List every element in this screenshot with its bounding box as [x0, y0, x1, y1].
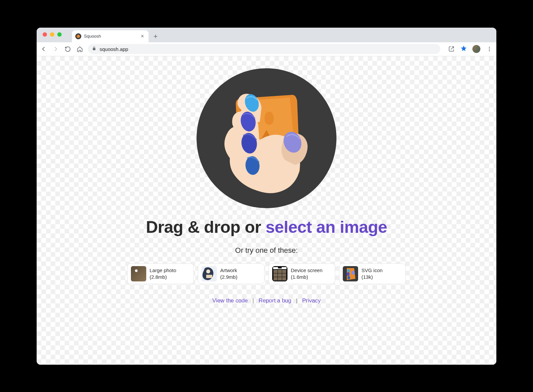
sample-subtitle: Or try one of these:	[235, 246, 298, 255]
footer-links: View the code | Report a bug | Privacy	[212, 297, 320, 304]
svg-point-23	[347, 269, 350, 272]
svg-rect-17	[273, 273, 277, 277]
browser-toolbar: squoosh.app	[37, 42, 496, 56]
reload-button[interactable]	[64, 45, 71, 53]
svg-rect-14	[273, 270, 277, 273]
svg-rect-21	[278, 277, 282, 280]
svg-point-2	[489, 47, 490, 48]
svg-rect-19	[282, 273, 286, 277]
svg-point-5	[265, 112, 274, 125]
sample-svg-thumb	[343, 266, 358, 281]
svg-rect-15	[278, 270, 282, 273]
sample-label: Artwork	[220, 267, 238, 274]
svg-point-3	[489, 49, 490, 50]
separator: |	[296, 297, 297, 304]
url-text: squoosh.app	[100, 46, 128, 52]
sample-large-photo-thumb	[131, 266, 146, 281]
svg-rect-1	[78, 35, 78, 36]
toolbar-right	[448, 45, 493, 53]
close-window-button[interactable]	[43, 32, 47, 37]
sample-device-thumb	[272, 266, 287, 281]
squoosh-favicon-icon	[75, 33, 81, 39]
svg-point-25	[347, 276, 350, 279]
svg-rect-16	[282, 270, 286, 273]
page-content: Drag & drop or select an image Or try on…	[37, 56, 496, 365]
view-code-link[interactable]: View the code	[212, 297, 248, 304]
svg-rect-20	[273, 277, 277, 280]
tab-title: Squoosh	[84, 34, 137, 39]
lock-icon	[92, 46, 96, 52]
sample-size: (2.8mb)	[150, 274, 176, 280]
svg-rect-22	[282, 277, 286, 280]
bookmark-star-icon[interactable]	[460, 45, 467, 53]
squoosh-hand-icon	[210, 82, 323, 195]
svg-point-11	[206, 269, 210, 273]
svg-point-24	[347, 272, 350, 276]
svg-point-4	[489, 50, 490, 51]
svg-rect-13	[278, 267, 282, 268]
overflow-menu-button[interactable]	[486, 45, 493, 53]
sample-artwork[interactable]: Artwork (2.9mb)	[198, 263, 265, 284]
separator: |	[253, 297, 254, 304]
sample-label: Device screen	[291, 267, 322, 274]
forward-button[interactable]	[52, 45, 59, 53]
sample-label: Large photo	[150, 267, 176, 274]
sample-artwork-thumb	[202, 266, 217, 281]
maximize-window-button[interactable]	[57, 32, 62, 37]
sample-size: (2.9mb)	[220, 274, 238, 280]
back-button[interactable]	[40, 45, 47, 53]
close-tab-icon[interactable]: ×	[140, 33, 145, 39]
squoosh-logo	[197, 68, 336, 208]
report-bug-link[interactable]: Report a bug	[259, 297, 291, 304]
sample-svg-icon[interactable]: SVG icon (13k)	[339, 263, 406, 284]
home-button[interactable]	[76, 45, 83, 53]
window-controls	[43, 32, 62, 37]
svg-point-26	[351, 271, 355, 275]
open-external-icon[interactable]	[448, 45, 455, 53]
headline-drag-text: Drag & drop or	[146, 218, 266, 236]
select-image-link[interactable]: select an image	[266, 218, 387, 236]
sample-row: Large photo (2.8mb) Artwork (2.9mb)	[127, 263, 406, 284]
sample-device-screen[interactable]: Device screen (1.6mb)	[268, 263, 335, 284]
minimize-window-button[interactable]	[50, 32, 54, 37]
sample-label: SVG icon	[361, 267, 382, 274]
sample-size: (1.6mb)	[291, 274, 322, 280]
browser-tab[interactable]: Squoosh ×	[72, 30, 149, 42]
tab-strip: Squoosh × ＋	[37, 28, 496, 42]
privacy-link[interactable]: Privacy	[302, 297, 321, 304]
browser-window: Squoosh × ＋ squoosh.app	[37, 28, 496, 365]
headline: Drag & drop or select an image	[146, 217, 387, 237]
address-bar[interactable]: squoosh.app	[88, 44, 440, 54]
sample-large-photo[interactable]: Large photo (2.8mb)	[127, 263, 194, 284]
svg-point-0	[77, 35, 80, 38]
profile-avatar[interactable]	[472, 45, 480, 53]
sample-size: (13k)	[361, 274, 382, 280]
svg-rect-18	[278, 273, 282, 277]
new-tab-button[interactable]: ＋	[151, 31, 161, 41]
